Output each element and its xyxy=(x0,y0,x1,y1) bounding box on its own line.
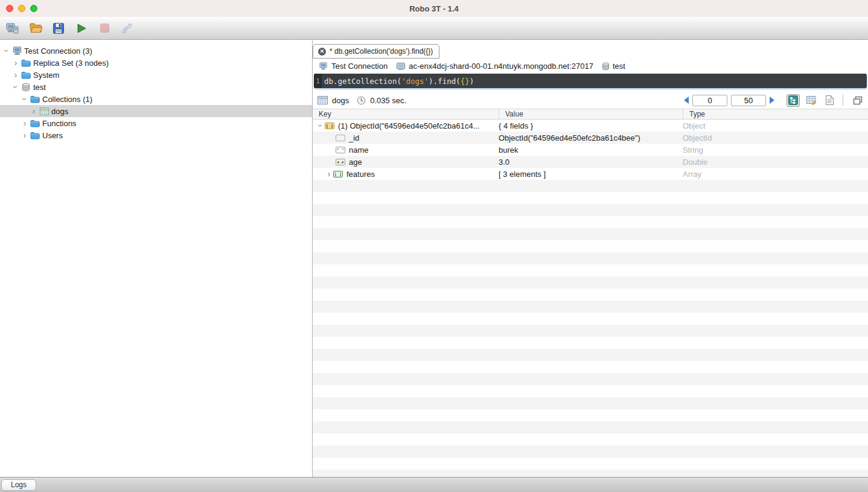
breadcrumb-server-label: ac-enx4dcj-shard-00-01.n4ntuyk.mongodb.n… xyxy=(409,62,593,71)
row-value: [ 3 elements ] xyxy=(499,170,683,179)
field-row[interactable]: › name burek String xyxy=(313,144,868,156)
stop-button[interactable] xyxy=(97,21,112,36)
save-icon xyxy=(53,22,65,34)
tree-item-label: test xyxy=(32,83,46,92)
connections-icon xyxy=(6,22,19,34)
limit-input[interactable] xyxy=(731,95,766,106)
tree-item-collection-dogs[interactable]: › dogs xyxy=(0,105,312,117)
chevron-down-icon[interactable]: › xyxy=(21,95,29,103)
tree-item-replica-set[interactable]: › Replica Set (3 nodes) xyxy=(0,57,312,69)
clock-icon xyxy=(357,96,366,105)
breadcrumb-server[interactable]: ac-enx4dcj-shard-00-01.n4ntuyk.mongodb.n… xyxy=(394,62,596,71)
tree-item-collections[interactable]: › Collections (1) xyxy=(0,93,312,105)
query-time: 0.035 sec. xyxy=(370,96,406,105)
chevron-right-icon[interactable]: › xyxy=(325,170,333,178)
text-view-icon xyxy=(825,95,834,105)
query-code[interactable]: db.getCollection('dogs').find({}) xyxy=(322,77,474,86)
custom-view-button[interactable] xyxy=(851,94,864,107)
chevron-right-icon[interactable]: › xyxy=(30,107,38,115)
tree-item-connection[interactable]: › Test Connection (3) xyxy=(0,45,312,57)
zoom-window-button[interactable] xyxy=(30,5,37,12)
open-button[interactable] xyxy=(28,21,43,36)
field-row[interactable]: › age 3.0 Double xyxy=(313,156,868,168)
toolbar-separator xyxy=(843,95,843,106)
explorer-sidebar: › Test Connection (3) › Replica Set (3 n… xyxy=(0,40,313,477)
tree-view-button[interactable] xyxy=(787,94,800,107)
tree-item-label: Replica Set (3 nodes) xyxy=(32,59,109,68)
table-view-button[interactable] xyxy=(805,94,818,107)
breadcrumb-database-label: test xyxy=(613,62,625,71)
row-value: ObjectId("64596ed4e50efc2ba61c4bee") xyxy=(499,133,683,142)
column-header-value[interactable]: Value xyxy=(499,109,683,119)
code-token: ) xyxy=(470,77,474,86)
connection-icon xyxy=(11,46,23,56)
query-panel: ✕ * db.getCollection('dogs').find({}) Te… xyxy=(313,40,868,477)
database-icon xyxy=(602,62,610,71)
query-editor-wrap: 1 db.getCollection('dogs').find({}) xyxy=(313,74,868,89)
app-window: Robo 3T - 1.4 xyxy=(0,0,868,492)
chevron-right-icon[interactable]: › xyxy=(21,119,29,127)
chevron-right-icon[interactable]: › xyxy=(21,131,29,139)
row-type: ObjectId xyxy=(683,133,868,142)
folder-icon xyxy=(20,59,32,67)
status-bar: Logs xyxy=(0,477,868,492)
stop-icon xyxy=(100,23,110,33)
folder-icon xyxy=(29,95,41,103)
logs-button[interactable]: Logs xyxy=(1,479,36,491)
save-button[interactable] xyxy=(51,21,66,36)
execute-button[interactable] xyxy=(74,21,89,36)
tab-bar: ✕ * db.getCollection('dogs').find({}) xyxy=(313,40,868,59)
window-title: Robo 3T - 1.4 xyxy=(409,4,459,13)
page-back-button[interactable] xyxy=(684,97,689,104)
chevron-right-icon[interactable]: › xyxy=(11,59,20,67)
results-controls xyxy=(684,94,864,107)
breadcrumb-connection[interactable]: Test Connection xyxy=(316,62,390,71)
column-header-key[interactable]: Key xyxy=(313,109,499,119)
tree-view-icon xyxy=(788,95,798,105)
rotate-orientation-button[interactable] xyxy=(120,21,135,36)
chevron-down-icon[interactable]: › xyxy=(2,46,11,55)
manage-connections-button[interactable] xyxy=(5,21,21,36)
skip-input[interactable] xyxy=(692,95,727,106)
field-row[interactable]: › _id ObjectId("64596ed4e50efc2ba61c4bee… xyxy=(313,132,868,144)
results-collection-name: dogs xyxy=(332,96,349,105)
tree-item-label: Functions xyxy=(41,119,76,128)
row-key: name xyxy=(349,145,369,155)
chevron-right-icon[interactable]: › xyxy=(11,71,20,79)
column-header-type[interactable]: Type xyxy=(683,109,868,119)
double-type-icon xyxy=(336,159,345,165)
tree-item-label: Test Connection (3) xyxy=(23,46,92,56)
tree-item-database-test[interactable]: › test xyxy=(0,81,312,93)
minimize-window-button[interactable] xyxy=(18,5,25,12)
field-row[interactable]: › features [ 3 elements ] Array xyxy=(313,168,868,180)
tree-item-users[interactable]: › Users xyxy=(0,129,312,141)
breadcrumb-connection-label: Test Connection xyxy=(331,62,388,71)
page-forward-button[interactable] xyxy=(770,97,774,104)
database-icon xyxy=(20,83,32,92)
tree-item-system[interactable]: › System xyxy=(0,69,312,81)
query-tab[interactable]: ✕ * db.getCollection('dogs').find({}) xyxy=(313,44,439,59)
code-token-string: 'dogs' xyxy=(401,77,429,86)
string-type-icon xyxy=(336,147,345,153)
collection-icon xyxy=(318,96,328,104)
row-type: String xyxy=(683,145,868,155)
document-row[interactable]: › (1) ObjectId("64596ed4e50efc2ba61c4...… xyxy=(313,120,868,132)
breadcrumb-database[interactable]: test xyxy=(599,62,628,71)
tree-item-label: Users xyxy=(41,131,63,140)
main-area: › Test Connection (3) › Replica Set (3 n… xyxy=(0,40,868,477)
traffic-lights xyxy=(6,5,37,12)
row-value: { 4 fields } xyxy=(499,121,683,130)
row-type: Object xyxy=(683,121,868,130)
query-editor[interactable]: 1 db.getCollection('dogs').find({}) xyxy=(314,74,867,88)
code-token: ).find( xyxy=(429,77,461,86)
tree-item-functions[interactable]: › Functions xyxy=(0,117,312,129)
row-key: age xyxy=(349,158,362,167)
close-window-button[interactable] xyxy=(6,5,13,12)
row-key: (1) ObjectId("64596ed4e50efc2ba61c4... xyxy=(338,121,479,130)
text-view-button[interactable] xyxy=(823,94,836,107)
chevron-down-icon[interactable]: › xyxy=(316,121,325,130)
results-info: dogs 0.035 sec. xyxy=(318,96,406,105)
chevron-down-icon[interactable]: › xyxy=(11,83,20,91)
close-tab-icon[interactable]: ✕ xyxy=(318,48,326,56)
collection-icon xyxy=(38,107,50,115)
